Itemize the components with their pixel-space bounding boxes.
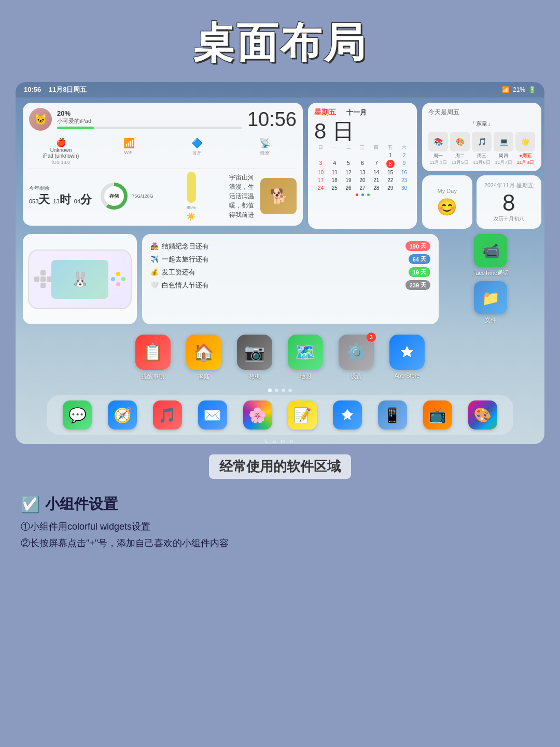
livestream-dock-icon: 📺: [423, 400, 452, 430]
settings-title-icon: ☑️: [21, 495, 40, 514]
app-maps-label: 地图: [300, 372, 311, 380]
dock-appstore[interactable]: [333, 400, 362, 430]
device-top-row: 🐱 20% 小可爱的iPad 10:56: [29, 108, 297, 131]
camera-icon: 📷: [237, 335, 272, 370]
appstore-dock-icon: [333, 400, 362, 430]
page-dot-3[interactable]: [282, 389, 285, 392]
mail-dock-icon: ✉️: [198, 400, 227, 430]
countdown-label-1: 结婚纪念日还有: [162, 242, 209, 251]
countdown-item-3: 💰 发工资还有 19 天: [150, 267, 430, 277]
device-avatar: 🐱: [29, 108, 52, 131]
widget-right-column: 今天是周五 「东皇」 📚 周一 11月4日 🎨 周二 11月5日 🎵: [422, 103, 541, 229]
settings-item-2: ②长按屏幕点击"+"号，添加自己喜欢的小组件内容: [21, 537, 539, 549]
app-reminders-label: 提醒事项: [142, 372, 164, 380]
dock-custom1[interactable]: 📱: [378, 400, 407, 430]
countdown-widget: 👩‍❤️‍👨 结婚纪念日还有 190 天 ✈️ 一起去旅行还有 64 天: [142, 234, 439, 324]
weekly-day-tue: 🎨 周二 11月5日: [450, 131, 470, 166]
status-bar: 10:56 11月8日周五 📶 21% 🔋: [16, 82, 544, 98]
lunar-day: 8: [483, 191, 536, 214]
widgets-row2: 🐰 👩‍❤️‍👨 结婚纪念日还有: [16, 234, 544, 329]
status-time: 10:56: [24, 86, 41, 93]
myday-widget: My Day 😊: [422, 175, 472, 229]
notes-dock-icon: 📝: [288, 400, 317, 430]
game-abxy: [111, 272, 125, 286]
dock-messages[interactable]: 💬: [63, 400, 92, 430]
game-screen: 🐰: [51, 260, 108, 299]
dock-safari[interactable]: 🧭: [108, 400, 137, 430]
settings-title-text: 小组件设置: [45, 494, 118, 514]
music-dock-icon: 🎵: [153, 400, 182, 430]
device-info-cellular: 📡 蜂窝: [233, 137, 297, 165]
dock-music[interactable]: 🎵: [153, 400, 182, 430]
countdown-badge-2: 64 天: [409, 254, 430, 264]
myday-label: My Day: [438, 188, 457, 194]
weekly-header: 今天是周五: [428, 108, 535, 117]
facetime-icon: 📹: [474, 234, 507, 267]
app-camera[interactable]: 📷 相机: [237, 335, 272, 380]
cal-day-big: 8 日: [314, 120, 411, 142]
files-label: 文件: [485, 316, 496, 324]
page-title: 桌面布局: [0, 16, 560, 72]
myday-emoji: 😊: [437, 197, 457, 217]
description-area: 经常使用的软件区域: [0, 444, 560, 484]
app-appstore[interactable]: App Store: [389, 335, 425, 380]
device-info-bluetooth: 🔷 蓝牙: [165, 137, 229, 165]
dock-multicolor[interactable]: 🎨: [468, 400, 497, 430]
description-text: 经常使用的软件区域: [209, 454, 351, 479]
page-dot-4[interactable]: [288, 389, 292, 392]
facetime-label: FaceTime通话: [472, 269, 509, 277]
storage-used: 75G/128G: [132, 193, 153, 199]
page-dot-2[interactable]: [275, 389, 278, 392]
calendar-widget: 星期五 十一月 8 日 日 一 二 三 四 五 六 1 2: [308, 103, 417, 229]
dock-livestream[interactable]: 📺: [423, 400, 452, 430]
app-home[interactable]: 🏠 家庭: [186, 335, 221, 380]
dock: 💬 🧭 🎵 ✉️ 🌸 📝 📱 📺: [47, 395, 513, 435]
device-time: 10:56: [247, 108, 297, 131]
page-title-area: 桌面布局: [0, 0, 560, 82]
widget-left-column: 🐱 20% 小可爱的iPad 10:56 🍎 Unknown iPad: [23, 103, 303, 229]
dock-photos[interactable]: 🌸: [243, 400, 272, 430]
battery-icon: 🔋: [528, 86, 536, 93]
multicolor-dock-icon: 🎨: [468, 400, 497, 430]
apps-right-widget: 📹 FaceTime通话 📁 文件: [444, 234, 537, 324]
countdown-icon-2: ✈️: [150, 255, 159, 263]
game-widget: 🐰: [23, 234, 137, 324]
dock-notes[interactable]: 📝: [288, 400, 317, 430]
brightness-track: [187, 172, 196, 203]
weekly-day-fri: 🌟 ●周五 11月8日: [515, 131, 535, 166]
quote-text: 宇宙山河浪漫，生活活满温暖，都值得我前进: [229, 173, 256, 219]
app-camera-label: 相机: [249, 372, 260, 380]
app-maps[interactable]: 🗺️ 地图: [288, 335, 323, 380]
device-info-row: 🍎 Unknown iPad (unknown) iOS 18.0 📶 WiFi…: [29, 134, 297, 165]
countdown-label-4: 白色情人节还有: [162, 281, 209, 290]
appstore-icon: [389, 335, 425, 370]
countdown-badge-1: 190 天: [405, 241, 430, 251]
page-dot-1[interactable]: [268, 389, 272, 392]
days-left: 今年剩余 053天 13时 04分: [29, 185, 96, 208]
app-reminders[interactable]: 📋 提醒事项: [135, 335, 171, 380]
files-app[interactable]: 📁 文件: [444, 281, 537, 324]
app-grid: 📋 提醒事项 🏠 家庭 📷 相机 🗺️ 地图 ⚙️ 3 设置 App St: [16, 329, 544, 385]
dock-mail[interactable]: ✉️: [198, 400, 227, 430]
cal-grid: 日 一 二 三 四 五 六 1 2 3 4 5 6 7 8 9: [314, 144, 411, 191]
maps-icon: 🗺️: [288, 335, 323, 370]
device-info-widget: 🐱 20% 小可爱的iPad 10:56 🍎 Unknown iPad: [23, 103, 303, 226]
app-settings[interactable]: ⚙️ 3 设置: [339, 335, 374, 380]
cal-weekday: 星期五: [314, 108, 336, 117]
countdown-icon-3: 💰: [150, 268, 159, 276]
battery-fill: [57, 127, 94, 129]
brightness-icon: ☀️: [187, 212, 195, 220]
countdown-label-3: 发工资还有: [162, 268, 195, 277]
app-appstore-label: App Store: [395, 372, 420, 379]
cal-month: 十一月: [346, 108, 367, 117]
status-time-date: 10:56 11月8日周五: [24, 85, 87, 94]
app-settings-label: 设置: [351, 372, 362, 380]
messages-dock-icon: 💬: [63, 400, 92, 430]
status-date: 11月8日周五: [49, 86, 87, 93]
dock-watermark: L a m o: [16, 438, 544, 444]
game-dpad: [34, 270, 52, 288]
battery-level: 21%: [513, 86, 525, 93]
days-value: 053天 13时 04分: [29, 192, 96, 208]
widgets-row1: 🐱 20% 小可爱的iPad 10:56 🍎 Unknown iPad: [16, 98, 544, 234]
facetime-app[interactable]: 📹 FaceTime通话: [444, 234, 537, 277]
